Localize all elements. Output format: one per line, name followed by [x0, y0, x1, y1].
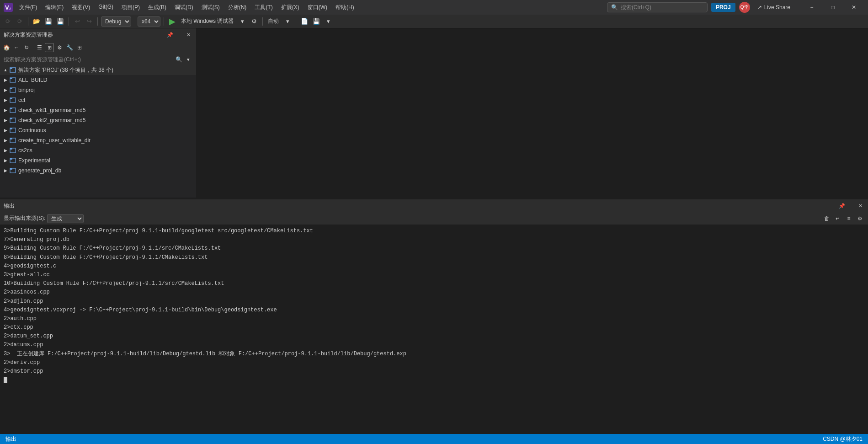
output-pin-button[interactable]: 📌 [838, 202, 846, 210]
minimize-button[interactable]: − [801, 0, 822, 15]
menu-help[interactable]: 帮助(H) [332, 2, 358, 13]
output-close-button[interactable]: ✕ [856, 202, 864, 210]
output-word-wrap-button[interactable]: ↵ [833, 214, 842, 223]
solution-view-button[interactable]: ☰ [35, 43, 44, 52]
save-button[interactable]: 💾 [43, 16, 53, 27]
title-search-box[interactable]: 🔍 搜索(Ctrl+Q) [607, 2, 708, 12]
solution-extra-button[interactable]: ⊞ [75, 43, 84, 52]
save-item-button[interactable]: 💾 [311, 16, 321, 27]
menu-window[interactable]: 窗口(W) [304, 2, 331, 13]
menu-test[interactable]: 测试(S) [198, 2, 224, 13]
debug-config-select[interactable]: Debug [101, 16, 131, 27]
cs2cs-arrow[interactable]: ▶ [2, 147, 9, 154]
output-auto-hide-button[interactable]: − [847, 202, 855, 210]
menu-tools[interactable]: 工具(T) [251, 2, 276, 13]
create-tmp-arrow[interactable]: ▶ [2, 137, 9, 144]
tree-item-cs2cs[interactable]: ▶ cs2cs [0, 145, 196, 155]
menu-git[interactable]: Git(G) [95, 2, 117, 13]
solution-home-button[interactable]: 🏠 [2, 43, 11, 52]
solution-props-button[interactable]: 🔧 [65, 43, 74, 52]
menu-edit[interactable]: 编辑(E) [42, 2, 67, 13]
new-file-button[interactable]: 📄 [299, 16, 309, 27]
tree-item-cct[interactable]: ▶ cct [0, 95, 196, 105]
svg-rect-14 [10, 118, 12, 119]
run-dropdown[interactable]: ▾ [237, 16, 247, 27]
tree-item-create-tmp[interactable]: ▶ create_tmp_user_writable_dir [0, 135, 196, 145]
menu-project[interactable]: 项目(P) [118, 2, 144, 13]
solution-back-button[interactable]: ← [12, 43, 21, 52]
tree-label-allbuild: ALL_BUILD [18, 77, 47, 83]
status-bar: 输出 CSDN @林夕01 [0, 434, 868, 444]
auto-dropdown[interactable]: ▾ [282, 16, 293, 27]
binproj-arrow[interactable]: ▶ [2, 86, 9, 94]
check-wkt1-arrow[interactable]: ▶ [2, 107, 9, 114]
status-csdn-item[interactable]: CSDN @林夕01 [821, 435, 864, 443]
output-find-button[interactable]: ≡ [844, 214, 853, 223]
close-button[interactable]: ✕ [843, 0, 864, 15]
menu-file[interactable]: 文件(F) [16, 2, 41, 13]
run-button[interactable]: ▶ [167, 16, 177, 27]
undo-button[interactable]: ↩ [72, 16, 82, 27]
solution-sync-button[interactable]: ↻ [22, 43, 31, 52]
svg-rect-18 [10, 138, 12, 139]
redo-forward-button[interactable]: ⟳ [15, 16, 25, 27]
redo-button[interactable]: ↪ [84, 16, 94, 27]
restore-button[interactable]: □ [822, 0, 843, 15]
allbuild-icon [9, 76, 16, 84]
menu-debug[interactable]: 调试(D) [171, 2, 197, 13]
solution-search-options[interactable]: ▾ [184, 55, 192, 64]
close-panel-button[interactable]: ✕ [184, 31, 192, 39]
tree-item-generate-proj[interactable]: ▶ generate_proj_db [0, 166, 196, 176]
attach-debugger-button[interactable]: ⚙ [249, 16, 259, 27]
tree-item-continuous[interactable]: ▶ Continuous [0, 125, 196, 135]
bottom-area: 输出 📌 − ✕ 显示输出来源(S): 生成 🗑 ↵ ≡ ⚙ [0, 199, 868, 434]
cct-icon [9, 96, 16, 104]
status-output-item[interactable]: 输出 [4, 435, 18, 443]
pin-panel-button[interactable]: 📌 [166, 31, 174, 39]
tree-item-binproj[interactable]: ▶ binproj [0, 85, 196, 95]
generate-proj-arrow[interactable]: ▶ [2, 167, 9, 174]
tree-item-experimental[interactable]: ▶ Experimental [0, 155, 196, 166]
experimental-arrow[interactable]: ▶ [2, 157, 9, 164]
output-source-select[interactable]: 生成 [47, 214, 84, 223]
open-solution-button[interactable]: 📂 [32, 16, 42, 27]
output-content[interactable]: 3>Building Custom Rule F:/C++Project/pro… [0, 225, 868, 434]
menu-bar: 文件(F) 编辑(E) 视图(V) Git(G) 项目(P) 生成(B) 调试(… [16, 2, 607, 13]
svg-text:S: S [8, 6, 11, 11]
auto-hide-button[interactable]: − [175, 31, 183, 39]
menu-build[interactable]: 生成(B) [144, 2, 170, 13]
output-options-button[interactable]: ⚙ [855, 214, 864, 223]
cct-arrow[interactable]: ▶ [2, 96, 9, 104]
output-line-7: 2>aasincos.cpp [4, 288, 864, 297]
solution-search-icon[interactable]: 🔍 [176, 56, 182, 63]
solution-collapse-button[interactable]: ⚙ [55, 43, 64, 52]
experimental-icon [9, 157, 16, 164]
solution-tree[interactable]: ▲ 解决方案 'PROJ' (38 个项目，共 38 个) ▶ ALL_BUIL… [0, 65, 196, 198]
tree-item-allbuild[interactable]: ▶ ALL_BUILD [0, 75, 196, 85]
cs2cs-icon [9, 147, 16, 154]
menu-view[interactable]: 视图(V) [68, 2, 94, 13]
svg-rect-10 [10, 98, 12, 99]
output-line-0: 3>Building Custom Rule F:/C++Project/pro… [4, 227, 864, 235]
menu-analyze[interactable]: 分析(N) [224, 2, 250, 13]
solution-root-icon [9, 66, 16, 74]
output-line-10: 2>auth.cpp [4, 315, 864, 323]
allbuild-arrow[interactable]: ▶ [2, 76, 9, 84]
solution-root-item[interactable]: ▲ 解决方案 'PROJ' (38 个项目，共 38 个) [0, 65, 196, 75]
continuous-arrow[interactable]: ▶ [2, 127, 9, 134]
tree-item-check-wkt2[interactable]: ▶ check_wkt2_grammar_md5 [0, 115, 196, 125]
solution-root-label: 解决方案 'PROJ' (38 个项目，共 38 个) [18, 66, 113, 74]
output-clear-button[interactable]: 🗑 [822, 214, 831, 223]
live-share-button[interactable]: ↗ Live Share [754, 3, 794, 12]
save-all-button[interactable]: 💾 [55, 16, 65, 27]
svg-rect-20 [10, 148, 12, 150]
undo-back-button[interactable]: ⟳ [3, 16, 13, 27]
root-expand-arrow[interactable]: ▲ [2, 66, 9, 74]
tree-item-check-wkt1[interactable]: ▶ check_wkt1_grammar_md5 [0, 105, 196, 115]
toolbar-more[interactable]: ▾ [323, 16, 333, 27]
platform-select[interactable]: x64 [138, 16, 160, 27]
check-wkt2-arrow[interactable]: ▶ [2, 117, 9, 124]
status-bar-right: CSDN @林夕01 [821, 435, 864, 443]
menu-extensions[interactable]: 扩展(X) [277, 2, 303, 13]
solution-active-button[interactable]: ⊞ [45, 43, 54, 52]
